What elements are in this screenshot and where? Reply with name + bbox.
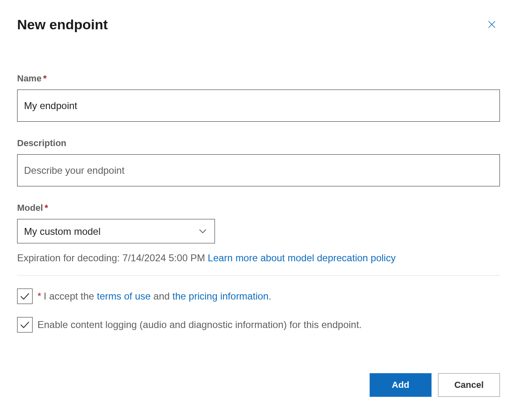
terms-label: *I accept the terms of use and the prici… xyxy=(37,291,271,302)
logging-label: Enable content logging (audio and diagno… xyxy=(37,319,362,330)
modal-title: New endpoint xyxy=(17,17,108,33)
required-indicator: * xyxy=(43,73,47,83)
model-select[interactable]: My custom model xyxy=(17,219,215,243)
terms-checkbox[interactable] xyxy=(17,289,33,304)
model-label: Model* xyxy=(17,203,500,213)
logging-checkbox[interactable] xyxy=(17,317,33,332)
cancel-button[interactable]: Cancel xyxy=(438,373,500,397)
expiration-info: Expiration for decoding: 7/14/2024 5:00 … xyxy=(17,252,500,276)
terms-of-use-link[interactable]: terms of use xyxy=(97,291,151,302)
pricing-info-link[interactable]: the pricing information xyxy=(173,291,269,302)
name-label: Name* xyxy=(17,73,500,84)
checkmark-icon xyxy=(20,321,30,329)
required-indicator: * xyxy=(37,291,41,302)
name-input[interactable] xyxy=(17,90,500,122)
add-button[interactable]: Add xyxy=(370,373,432,397)
close-button[interactable] xyxy=(484,16,500,33)
deprecation-policy-link[interactable]: Learn more about model deprecation polic… xyxy=(208,252,396,263)
description-input[interactable] xyxy=(17,154,500,186)
required-indicator: * xyxy=(45,203,48,213)
close-icon xyxy=(487,20,497,29)
description-label: Description xyxy=(17,138,500,149)
checkmark-icon xyxy=(20,292,30,300)
